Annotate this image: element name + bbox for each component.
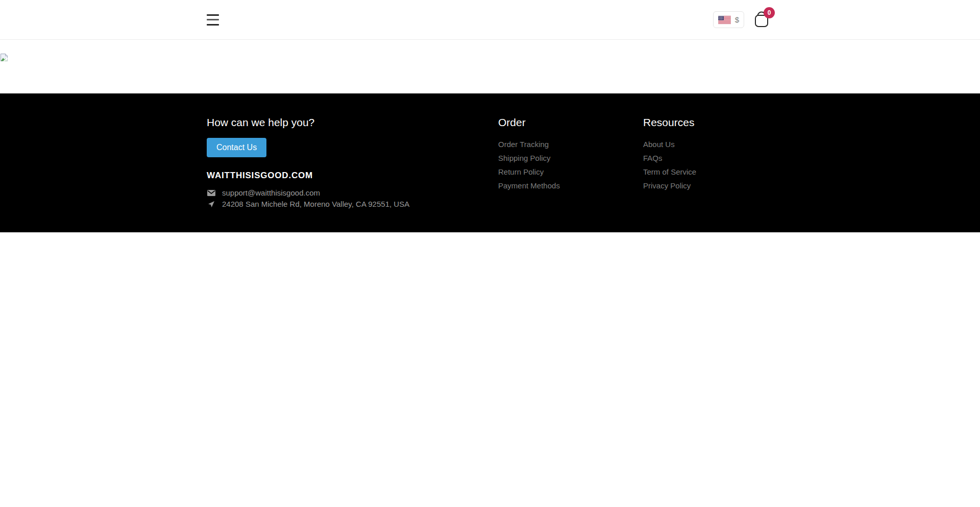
address-text: 24208 San Michele Rd, Moreno Valley, CA … [222, 199, 409, 209]
contact-list: support@waitthisisgood.com 24208 San Mic… [207, 187, 498, 209]
currency-symbol: $ [735, 15, 739, 24]
broken-image-icon [1, 54, 8, 61]
help-heading: How can we help you? [207, 116, 498, 129]
link-shipping-policy[interactable]: Shipping Policy [498, 154, 551, 162]
header-container: SPECIAL DEAL [207, 0, 773, 39]
brand-name: WAITTHISISGOOD.COM [207, 171, 498, 181]
site-logo[interactable]: SPECIAL DEAL [439, 7, 497, 30]
footer-container: How can we help you? Contact Us WAITTHIS… [207, 116, 773, 209]
location-arrow-icon [207, 201, 215, 208]
link-faqs[interactable]: FAQs [643, 154, 663, 162]
link-about-us[interactable]: About Us [643, 140, 675, 149]
logo-line-2: DEAL [445, 18, 492, 30]
link-term-of-service[interactable]: Term of Service [643, 167, 696, 176]
link-return-policy[interactable]: Return Policy [498, 167, 544, 176]
footer-order-column: Order Order Tracking Shipping Policy Ret… [498, 116, 643, 209]
hamburger-bar [207, 14, 219, 16]
link-payment-methods[interactable]: Payment Methods [498, 181, 560, 190]
email-text: support@waitthisisgood.com [222, 187, 320, 198]
footer-help-column: How can we help you? Contact Us WAITTHIS… [207, 116, 498, 209]
us-flag-icon [718, 16, 731, 24]
order-heading: Order [498, 116, 643, 129]
header-right-group: $ 0 [713, 11, 773, 29]
cart-count-badge: 0 [764, 7, 775, 18]
site-footer: How can we help you? Contact Us WAITTHIS… [0, 93, 980, 232]
main-content [0, 40, 980, 93]
address-row: 24208 San Michele Rd, Moreno Valley, CA … [207, 199, 498, 209]
footer-resources-column: Resources About Us FAQs Term of Service … [643, 116, 773, 209]
resources-links: About Us FAQs Term of Service Privacy Po… [643, 140, 773, 190]
currency-selector[interactable]: $ [713, 11, 744, 28]
resources-heading: Resources [643, 116, 773, 129]
empty-page-area [0, 232, 980, 507]
hamburger-bar [207, 19, 219, 20]
email-icon [207, 190, 215, 196]
hamburger-menu-icon[interactable] [207, 14, 219, 26]
email-row: support@waitthisisgood.com [207, 187, 498, 198]
cart-button[interactable]: 0 [754, 11, 769, 29]
hamburger-bar [207, 24, 219, 26]
link-privacy-policy[interactable]: Privacy Policy [643, 181, 691, 190]
link-order-tracking[interactable]: Order Tracking [498, 140, 549, 149]
contact-us-button[interactable]: Contact Us [207, 138, 266, 157]
order-links: Order Tracking Shipping Policy Return Po… [498, 140, 643, 190]
site-header: SPECIAL DEAL [0, 0, 980, 40]
